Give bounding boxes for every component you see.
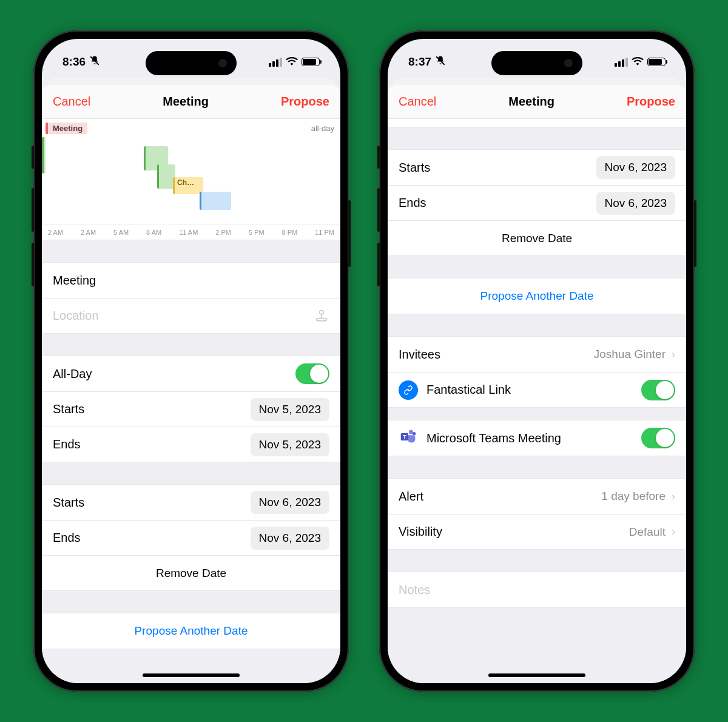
location-field[interactable]: Location — [42, 298, 340, 333]
modal-sheet: Cancel Meeting Propose Starts Nov 6, 202… — [388, 85, 686, 683]
day-timeline[interactable]: Meeting all-day Ch… 2 AM2 AM5 AM8 AM11 A… — [42, 119, 340, 240]
chevron-right-icon: › — [672, 525, 675, 538]
allday-row: All-Day — [42, 356, 340, 391]
nav-title: Meeting — [508, 95, 554, 109]
timeline-event[interactable]: Ch… — [173, 177, 203, 194]
allday-event[interactable]: Meeting — [46, 123, 87, 134]
starts-row-proposed[interactable]: Starts Nov 6, 2023 — [42, 485, 340, 520]
alert-row[interactable]: Alert 1 day before › — [388, 479, 686, 514]
date-chip[interactable]: Nov 6, 2023 — [596, 156, 675, 179]
date-chip[interactable]: Nov 5, 2023 — [251, 433, 329, 456]
nav-bar: Cancel Meeting Propose — [388, 85, 686, 119]
home-indicator[interactable] — [143, 673, 240, 677]
svg-text:T: T — [403, 433, 406, 440]
remove-date-button[interactable]: Remove Date — [388, 220, 686, 255]
ends-row-proposed[interactable]: Ends Nov 6, 2023 — [42, 520, 340, 555]
allday-label: all-day — [311, 124, 334, 133]
nav-title: Meeting — [163, 95, 209, 109]
cancel-button[interactable]: Cancel — [53, 95, 90, 109]
notes-field[interactable]: Notes — [388, 572, 686, 607]
propose-another-date-button[interactable]: Propose Another Date — [42, 613, 340, 649]
dynamic-island — [146, 51, 237, 75]
invitees-row[interactable]: Invitees Joshua Ginter › — [388, 337, 686, 372]
wifi-icon — [286, 55, 298, 69]
starts-row-proposed[interactable]: Starts Nov 6, 2023 — [388, 150, 686, 185]
ends-row-proposed[interactable]: Ends Nov 6, 2023 — [388, 185, 686, 220]
propose-button[interactable]: Propose — [627, 95, 675, 109]
remove-date-button[interactable]: Remove Date — [42, 555, 340, 590]
home-indicator[interactable] — [488, 673, 585, 677]
teams-meeting-row: T Microsoft Teams Meeting — [388, 420, 686, 456]
timeline-event[interactable] — [42, 137, 46, 174]
propose-another-date-button[interactable]: Propose Another Date — [388, 278, 686, 314]
date-chip[interactable]: Nov 6, 2023 — [251, 527, 329, 550]
battery-icon — [647, 58, 666, 66]
teams-icon: T — [399, 428, 418, 448]
ends-row[interactable]: Ends Nov 5, 2023 — [42, 427, 340, 462]
modal-sheet: Cancel Meeting Propose Meeting all-day C… — [42, 85, 340, 683]
chevron-right-icon: › — [672, 348, 675, 361]
chevron-right-icon: › — [672, 490, 675, 503]
status-time: 8:37 — [408, 55, 431, 69]
link-icon — [399, 380, 418, 400]
svg-point-8 — [413, 432, 416, 435]
event-title-field[interactable]: Meeting — [42, 263, 340, 298]
date-chip[interactable]: Nov 5, 2023 — [251, 398, 329, 421]
phone-right: 8:37 Cancel Meeting Propose — [379, 30, 695, 692]
visibility-row[interactable]: Visibility Default › — [388, 514, 686, 549]
timeline-event[interactable] — [200, 192, 231, 210]
battery-icon — [302, 58, 320, 66]
teams-meeting-toggle[interactable] — [641, 428, 675, 448]
location-pin-icon — [314, 306, 329, 326]
phone-left: 8:36 Cancel Meeting Propose — [33, 30, 349, 692]
propose-button[interactable]: Propose — [281, 95, 329, 109]
timeline-axis: 2 AM2 AM5 AM8 AM11 AM2 PM5 PM8 PM11 PM — [42, 224, 340, 236]
cellular-icon — [269, 58, 282, 67]
date-chip[interactable]: Nov 6, 2023 — [596, 192, 675, 215]
status-time: 8:36 — [62, 55, 86, 69]
nav-bar: Cancel Meeting Propose — [42, 85, 340, 119]
allday-toggle[interactable] — [295, 363, 329, 384]
dynamic-island — [491, 51, 582, 75]
starts-row[interactable]: Starts Nov 5, 2023 — [42, 391, 340, 427]
silent-icon — [89, 55, 100, 69]
fantastical-link-toggle[interactable] — [641, 380, 675, 400]
fantastical-link-row: Fantastical Link — [388, 372, 686, 407]
cancel-button[interactable]: Cancel — [399, 95, 436, 109]
svg-point-7 — [409, 430, 413, 434]
wifi-icon — [632, 55, 644, 69]
cellular-icon — [615, 58, 628, 67]
svg-point-2 — [320, 310, 324, 314]
silent-icon — [435, 55, 446, 69]
date-chip[interactable]: Nov 6, 2023 — [251, 491, 329, 514]
